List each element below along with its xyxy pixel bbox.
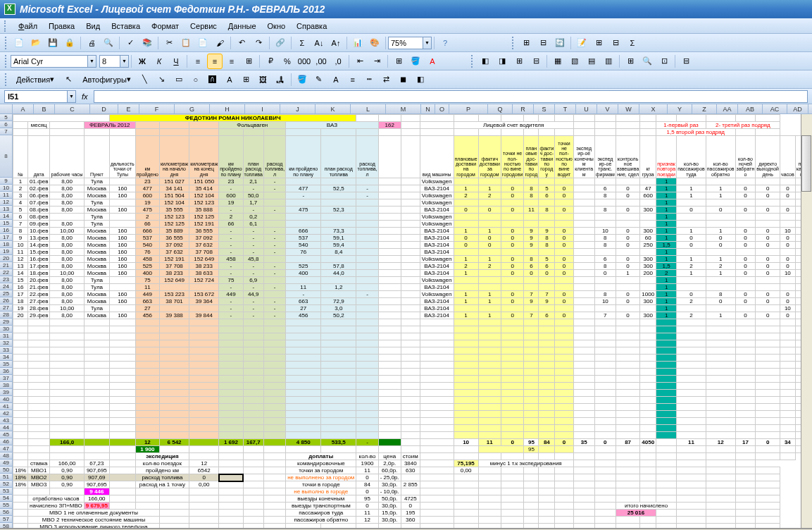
underline-icon[interactable]: Ч <box>168 54 184 69</box>
dec-indent-icon[interactable]: ⇤ <box>352 54 368 69</box>
merge-icon[interactable]: ⊞ <box>241 54 256 69</box>
font-color-icon[interactable]: A <box>425 54 440 69</box>
menu-file[interactable]: Файл <box>13 20 43 32</box>
line-icon[interactable]: ╲ <box>137 72 153 87</box>
spell-icon[interactable]: ✓ <box>123 35 138 51</box>
grip[interactable] <box>471 55 475 68</box>
percent-icon[interactable]: % <box>280 54 295 69</box>
shadow-icon[interactable]: ◼ <box>396 72 411 87</box>
font-name-input[interactable] <box>11 55 88 68</box>
arrow-icon[interactable]: ↘ <box>154 72 170 87</box>
name-dropdown[interactable]: ▼ <box>68 90 76 103</box>
menu-edit[interactable]: Правка <box>43 20 80 32</box>
misc-icon[interactable]: ⊞ <box>511 54 527 69</box>
picture-icon[interactable]: 🏞 <box>273 72 288 87</box>
worksheet-grid[interactable]: ABCDEFGHIJKLMNOPQRSTUVWXYZAAABACADAEAF 5… <box>0 104 812 529</box>
help-icon[interactable]: ? <box>437 35 453 51</box>
pivot-icon[interactable]: ⊞ <box>518 35 534 51</box>
menu-data[interactable]: Данные <box>223 20 262 32</box>
autoshapes-menu[interactable]: Автофигуры ▾ <box>77 72 136 87</box>
row-headers[interactable]: 5678910111213141516171819202122232425262… <box>0 114 13 529</box>
align-right-icon[interactable]: ≡ <box>224 54 239 69</box>
clipart-icon[interactable]: 🖼 <box>256 72 271 87</box>
print-icon[interactable]: 🖨 <box>84 35 99 51</box>
grip[interactable] <box>512 37 516 49</box>
vertical-scrollbar[interactable] <box>801 114 812 528</box>
arrow-style-icon[interactable]: ⇄ <box>379 72 394 87</box>
size-dropdown[interactable]: ▼ <box>120 55 129 68</box>
bold-icon[interactable]: Ж <box>135 54 150 69</box>
line-color-icon[interactable]: ✎ <box>311 72 327 87</box>
chart-icon[interactable]: 📊 <box>350 35 366 51</box>
menu-view[interactable]: Вид <box>80 20 106 32</box>
currency-icon[interactable]: ₽ <box>263 54 278 69</box>
name-box[interactable] <box>4 90 68 103</box>
sort-desc-icon[interactable]: A↑ <box>328 35 344 51</box>
inc-decimal-icon[interactable]: ,00 <box>313 54 329 69</box>
menu-window[interactable]: Окно <box>262 20 292 32</box>
formula-input[interactable] <box>94 90 808 103</box>
italic-icon[interactable]: К <box>151 54 167 69</box>
rect-icon[interactable]: ▭ <box>171 72 187 87</box>
fx-icon[interactable]: fx <box>82 92 88 101</box>
oval-icon[interactable]: ○ <box>188 72 204 87</box>
redo-icon[interactable]: ↷ <box>251 35 266 51</box>
misc-icon[interactable]: ⊟ <box>528 54 544 69</box>
misc-icon[interactable]: ▤ <box>584 54 599 69</box>
misc-icon[interactable]: ▧ <box>567 54 582 69</box>
diagram-icon[interactable]: ⊞ <box>239 72 254 87</box>
comma-icon[interactable]: 000 <box>296 54 312 69</box>
fill-color-icon[interactable]: 🪣 <box>408 54 423 69</box>
column-headers[interactable]: ABCDEFGHIJKLMNOPQRSTUVWXYZAAABACADAEAF <box>13 104 812 114</box>
research-icon[interactable]: 📚 <box>139 35 155 51</box>
grip[interactable] <box>5 73 8 86</box>
misc-icon[interactable]: ◨ <box>494 54 510 69</box>
inc-indent-icon[interactable]: ⇥ <box>369 54 385 69</box>
misc-icon[interactable]: ▦ <box>550 54 566 69</box>
misc-icon[interactable]: 🔍 <box>639 54 655 69</box>
pivot2-icon[interactable]: ⊟ <box>535 35 551 51</box>
menu-tools[interactable]: Сервис <box>185 20 223 32</box>
actions-menu[interactable]: Действия ▾ <box>11 72 59 87</box>
autosum-icon[interactable]: Σ <box>294 35 310 51</box>
textbox-icon[interactable]: 🅰 <box>205 72 220 87</box>
dec-decimal-icon[interactable]: ,0 <box>330 54 346 69</box>
fill-icon[interactable]: 🪣 <box>294 72 310 87</box>
dash-icon[interactable]: ┅ <box>362 72 377 87</box>
drawing-icon[interactable]: 🎨 <box>367 35 382 51</box>
sort-asc-icon[interactable]: A↓ <box>311 35 327 51</box>
grip[interactable] <box>5 55 8 68</box>
line-style-icon[interactable]: ≡ <box>345 72 361 87</box>
select-icon[interactable]: ↖ <box>61 72 76 87</box>
misc-icon[interactable]: ⊡ <box>656 54 672 69</box>
preview-icon[interactable]: 🔍 <box>101 35 116 51</box>
misc-icon[interactable]: ▥ <box>601 54 616 69</box>
align-left-icon[interactable]: ≡ <box>190 54 206 69</box>
new-icon[interactable]: 📄 <box>11 35 27 51</box>
misc-icon[interactable]: ◧ <box>477 54 493 69</box>
wordart-icon[interactable]: A <box>222 72 237 87</box>
menu-help[interactable]: Справка <box>291 20 332 32</box>
paste-icon[interactable]: 📄 <box>195 35 211 51</box>
copy-icon[interactable]: 📋 <box>178 35 194 51</box>
font-size-input[interactable] <box>99 55 120 68</box>
undo-icon[interactable]: ↶ <box>234 35 249 51</box>
cut-icon[interactable]: ✂ <box>161 35 177 51</box>
permission-icon[interactable]: 🔒 <box>62 35 77 51</box>
format-painter-icon[interactable]: 🖌 <box>212 35 227 51</box>
group-icon[interactable]: ⊞ <box>591 35 606 51</box>
zoom-input[interactable] <box>388 37 423 49</box>
form-icon[interactable]: 📝 <box>574 35 589 51</box>
align-center-icon[interactable]: ≡ <box>207 54 223 69</box>
font-dropdown[interactable]: ▼ <box>88 55 96 68</box>
open-icon[interactable]: 📂 <box>28 35 44 51</box>
font-color-icon[interactable]: A <box>328 72 344 87</box>
select-all-corner[interactable] <box>0 104 13 114</box>
borders-icon[interactable]: ⊞ <box>391 54 406 69</box>
cells[interactable]: ФЕДОТКИН РОМАН НИКОЛАЕВИЧмесяцФЕВРАЛЬ 20… <box>13 114 812 529</box>
menu-insert[interactable]: Вставка <box>106 20 146 32</box>
toolbar-grip[interactable] <box>4 20 8 32</box>
save-icon[interactable]: 💾 <box>45 35 61 51</box>
3d-icon[interactable]: ◧ <box>413 72 428 87</box>
misc-icon[interactable]: ⊞ <box>623 54 638 69</box>
